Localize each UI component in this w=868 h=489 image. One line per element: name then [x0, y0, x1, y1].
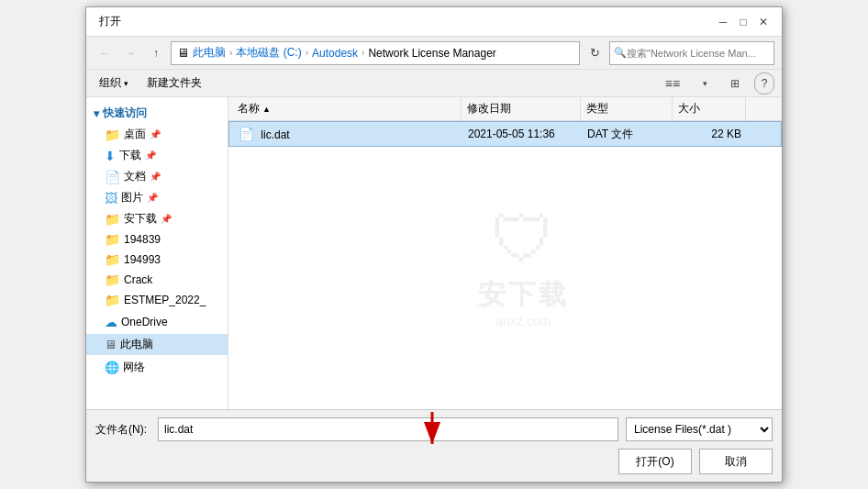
- main-content: ▾ 快速访问 📁 桌面 📌 ⬇ 下载 📌 📄 文档 📌: [86, 97, 782, 409]
- sidebar-item-194839[interactable]: 📁 194839: [86, 229, 228, 250]
- breadcrumb-item-autodesk[interactable]: Autodesk: [312, 47, 358, 60]
- onedrive-icon: ☁: [105, 315, 117, 329]
- open-button[interactable]: 打开(O): [618, 449, 692, 474]
- table-row[interactable]: 📄 lic.dat 2021-05-05 11:36 DAT 文件 22 KB: [228, 121, 782, 147]
- view-toggle-button[interactable]: ≡≡: [659, 72, 686, 94]
- breadcrumb-item-computer[interactable]: 此电脑: [193, 45, 226, 61]
- up-button[interactable]: ↑: [145, 42, 167, 64]
- network-section: 🌐 网络: [86, 357, 228, 378]
- quickaccess-label: 快速访问: [103, 106, 147, 121]
- sidebar-item-estmep[interactable]: 📁 ESTMEP_2022_: [86, 290, 228, 310]
- watermark: 🛡 安下载 anxz.com: [478, 203, 569, 328]
- folder-icon: 📁: [105, 128, 120, 142]
- title-bar: 打开 ─ □ ✕: [86, 7, 782, 37]
- sidebar-item-estmep-label: ESTMEP_2022_: [124, 294, 206, 306]
- search-box[interactable]: 🔍: [609, 41, 774, 65]
- col-header-type[interactable]: 类型: [581, 97, 673, 120]
- filetype-container: License Files(*.dat ): [626, 417, 773, 441]
- file-name-cell: 📄 lic.dat: [233, 127, 462, 141]
- search-input[interactable]: [627, 48, 770, 59]
- sidebar-item-anxz[interactable]: 📁 安下载 📌: [86, 208, 228, 229]
- sidebar-item-onedrive-label: OneDrive: [121, 316, 168, 328]
- sidebar-item-computer[interactable]: 🖥 此电脑: [86, 334, 228, 355]
- breadcrumb-item-nlm: Network License Manager: [368, 47, 495, 60]
- sort-arrow: ▲: [262, 105, 271, 114]
- watermark-sub: anxz.com: [495, 314, 551, 328]
- watermark-text: 安下载: [478, 276, 569, 314]
- file-panel: 名称 ▲ 修改日期 类型 大小 📄 lic.dat: [228, 97, 782, 409]
- new-folder-button[interactable]: 新建文件夹: [141, 73, 207, 93]
- refresh-button[interactable]: ↻: [584, 42, 606, 64]
- file-type-cell: DAT 文件: [582, 127, 673, 142]
- sidebar-item-pics[interactable]: 🖼 图片 📌: [86, 187, 228, 208]
- quickaccess-section: ▾ 快速访问 📁 桌面 📌 ⬇ 下载 📌 📄 文档 📌: [86, 103, 228, 310]
- watermark-shield-icon: 🛡: [491, 203, 555, 276]
- pin-icon: 📌: [161, 214, 172, 224]
- file-icon: 📄: [239, 127, 254, 141]
- pin-icon: 📌: [150, 129, 161, 139]
- sidebar-item-docs-label: 文档: [124, 169, 146, 184]
- breadcrumb-icon: 🖥: [177, 46, 189, 60]
- sidebar-item-crack-label: Crack: [124, 273, 152, 286]
- organize-label: 组织: [99, 75, 121, 91]
- sidebar-item-computer-label: 此电脑: [120, 337, 153, 352]
- search-icon: 🔍: [614, 47, 627, 59]
- folder-icon: 📁: [105, 272, 120, 287]
- forward-button[interactable]: →: [119, 42, 141, 64]
- sidebar-item-docs[interactable]: 📄 文档 📌: [86, 166, 228, 187]
- onedrive-section: ☁ OneDrive: [86, 312, 228, 332]
- sidebar-item-194839-label: 194839: [124, 233, 161, 246]
- col-header-date[interactable]: 修改日期: [462, 97, 581, 120]
- file-date-cell: 2021-05-05 11:36: [462, 128, 582, 140]
- organize-button[interactable]: 组织 ▾: [94, 73, 134, 93]
- sidebar-item-network[interactable]: 🌐 网络: [86, 357, 228, 378]
- file-list-body: 📄 lic.dat 2021-05-05 11:36 DAT 文件 22 KB …: [228, 121, 782, 409]
- folder-icon: 📄: [105, 170, 120, 184]
- computer-section: 🖥 此电脑: [86, 334, 228, 355]
- sidebar-item-desktop[interactable]: 📁 桌面 📌: [86, 124, 228, 145]
- sidebar-item-crack[interactable]: 📁 Crack: [86, 270, 228, 290]
- folder-icon: 📁: [105, 232, 120, 247]
- sidebar-item-anxz-label: 安下载: [124, 211, 157, 227]
- help-button[interactable]: ?: [754, 72, 774, 94]
- sidebar-item-194993-label: 194993: [124, 253, 161, 266]
- sidebar-item-pics-label: 图片: [121, 190, 143, 206]
- pin-icon: 📌: [147, 193, 158, 203]
- network-icon: 🌐: [105, 361, 119, 374]
- filename-input[interactable]: [158, 417, 618, 441]
- folder-icon: 🖼: [105, 191, 117, 206]
- sidebar: ▾ 快速访问 📁 桌面 📌 ⬇ 下载 📌 📄 文档 📌: [86, 97, 228, 409]
- folder-icon: 📁: [105, 252, 120, 267]
- sidebar-item-download-label: 下载: [119, 148, 141, 163]
- sidebar-item-onedrive[interactable]: ☁ OneDrive: [86, 312, 228, 332]
- computer-icon: 🖥: [105, 338, 117, 351]
- filetype-select[interactable]: License Files(*.dat ): [626, 417, 773, 441]
- window-controls: ─ □ ✕: [714, 13, 773, 31]
- file-size-cell: 22 KB: [673, 128, 747, 140]
- organize-arrow: ▾: [124, 79, 128, 88]
- close-button[interactable]: ✕: [754, 13, 773, 31]
- view-down-button[interactable]: ▾: [694, 72, 716, 94]
- sidebar-item-network-label: 网络: [123, 360, 145, 375]
- sidebar-item-194993[interactable]: 📁 194993: [86, 250, 228, 270]
- bottom-bar: 文件名(N): License Files(*.dat ): [86, 409, 782, 482]
- breadcrumb-item-disk[interactable]: 本地磁盘 (C:): [236, 45, 301, 61]
- red-arrow: [395, 407, 469, 453]
- quickaccess-header[interactable]: ▾ 快速访问: [86, 103, 228, 124]
- folder-icon: 📁: [105, 293, 120, 307]
- cancel-button[interactable]: 取消: [699, 449, 773, 474]
- breadcrumb[interactable]: 🖥 此电脑 › 本地磁盘 (C:) › Autodesk › Network L…: [171, 41, 580, 65]
- maximize-button[interactable]: □: [734, 13, 752, 31]
- minimize-button[interactable]: ─: [714, 13, 732, 31]
- panel-button[interactable]: ⊞: [723, 72, 747, 94]
- open-dialog: 打开 ─ □ ✕ ← → ↑ 🖥 此电脑 › 本地磁盘 (C:) › Autod…: [85, 6, 783, 483]
- actions-row: 打开(O) 取消: [95, 449, 773, 474]
- file-name: lic.dat: [261, 128, 289, 141]
- back-button[interactable]: ←: [94, 42, 116, 64]
- col-header-size[interactable]: 大小: [673, 97, 746, 120]
- sidebar-item-download[interactable]: ⬇ 下载 📌: [86, 145, 228, 166]
- organize-toolbar: 组织 ▾ 新建文件夹 ≡≡ ▾ ⊞ ?: [86, 70, 782, 97]
- sidebar-item-desktop-label: 桌面: [124, 127, 146, 142]
- pin-icon: 📌: [150, 172, 161, 182]
- col-header-name[interactable]: 名称 ▲: [232, 97, 462, 120]
